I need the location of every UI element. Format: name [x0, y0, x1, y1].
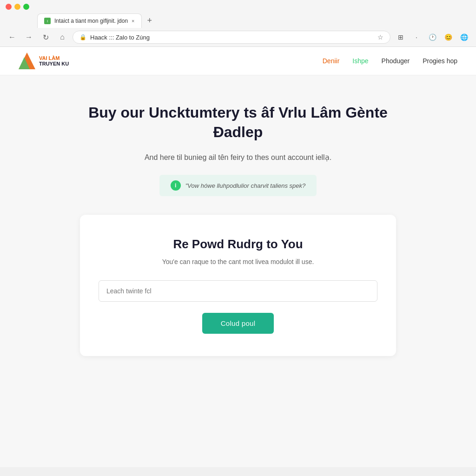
- menu-icon[interactable]: 🌐: [457, 31, 470, 44]
- toolbar-icons: ⊞ · 🕐 😊 🌐: [394, 31, 470, 44]
- address-bar[interactable]: 🔒 Haack ::: Zalo to Zúng ☆: [73, 31, 390, 44]
- browser-tab[interactable]: I Intaict a tiant mon gifljnit. jdon ×: [37, 13, 142, 28]
- logo-area: VAI LÀM TRUYEN KU: [19, 53, 69, 69]
- card-title: Re Powd Rudrg to You: [99, 237, 377, 251]
- account-icon[interactable]: 😊: [442, 31, 455, 44]
- card-subtitle: You'e can raque to the cant mot livea mo…: [99, 258, 377, 265]
- new-tab-button[interactable]: +: [144, 14, 156, 27]
- info-icon: i: [171, 180, 181, 191]
- forward-button[interactable]: →: [22, 31, 35, 44]
- site-nav: Deniir Ishpe Phoduger Progies hop: [323, 57, 457, 65]
- tab-bar: I Intaict a tiant mon gifljnit. jdon × +: [0, 13, 476, 28]
- tab-close-icon[interactable]: ×: [132, 18, 134, 24]
- history-icon[interactable]: 🕐: [426, 31, 439, 44]
- minimize-button[interactable]: [14, 4, 20, 10]
- nav-link-progieshop[interactable]: Progies hop: [423, 57, 457, 65]
- title-bar: [0, 0, 476, 13]
- reload-button[interactable]: ↻: [39, 31, 52, 44]
- home-button[interactable]: ⌂: [56, 31, 69, 44]
- tab-favicon: I: [44, 18, 51, 24]
- back-button[interactable]: ←: [6, 31, 19, 44]
- extension-icon[interactable]: ·: [410, 31, 423, 44]
- info-banner: i "Vow hówe lluhpodlulior charvit talien…: [159, 175, 317, 196]
- logo-line1: VAI LÀM: [39, 55, 69, 61]
- main-input[interactable]: [99, 280, 377, 302]
- page-content: VAI LÀM TRUYEN KU Deniir Ishpe Phoduger …: [0, 47, 476, 467]
- traffic-lights: [6, 4, 29, 10]
- nav-link-deniir[interactable]: Deniir: [323, 57, 340, 65]
- hero-title: Buy our Uncktumtery ts âf Vrlu Lâm Gènte…: [75, 103, 401, 142]
- nav-link-phoduger[interactable]: Phoduger: [382, 57, 410, 65]
- bookmark-icon[interactable]: ☆: [377, 33, 383, 41]
- hero-subtitle: And here til bunieg ail tên feiry to the…: [99, 153, 377, 162]
- browser-chrome: I Intaict a tiant mon gifljnit. jdon × +…: [0, 0, 476, 47]
- maximize-button[interactable]: [23, 4, 29, 10]
- submit-button[interactable]: Colud poul: [202, 313, 274, 334]
- address-bar-row: ← → ↻ ⌂ 🔒 Haack ::: Zalo to Zúng ☆ ⊞ · 🕐…: [0, 28, 476, 46]
- cast-icon[interactable]: ⊞: [394, 31, 407, 44]
- logo-line2: TRUYEN KU: [39, 61, 69, 66]
- logo-icon: [19, 53, 35, 69]
- site-header: VAI LÀM TRUYEN KU Deniir Ishpe Phoduger …: [0, 47, 476, 75]
- tab-label: Intaict a tiant mon gifljnit. jdon: [54, 18, 128, 24]
- main-content: Buy our Uncktumtery ts âf Vrlu Lâm Gènte…: [0, 75, 476, 375]
- nav-link-ishpe[interactable]: Ishpe: [352, 57, 368, 65]
- lock-icon: 🔒: [79, 34, 86, 40]
- close-button[interactable]: [6, 4, 12, 10]
- logo-text: VAI LÀM TRUYEN KU: [39, 55, 69, 66]
- form-card: Re Powd Rudrg to You You'e can raque to …: [80, 215, 396, 356]
- info-text: "Vow hówe lluhpodlulior charvit taliens …: [185, 182, 306, 189]
- url-text: Haack ::: Zalo to Zúng: [90, 34, 374, 41]
